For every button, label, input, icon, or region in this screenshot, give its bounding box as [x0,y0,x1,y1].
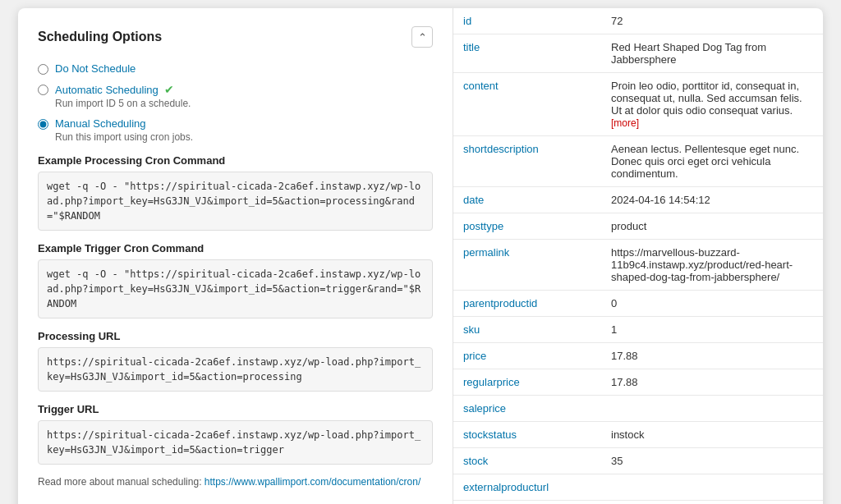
table-row: saleprice [453,396,823,422]
table-row: id 72 [453,8,823,34]
row-key-10: regularprice [453,369,601,396]
row-value-4: 2024-04-16 14:54:12 [601,187,823,213]
right-panel: id 72 title Red Heart Shaped Dog Tag fro… [453,8,823,504]
row-key-1: title [453,34,601,73]
no-schedule-radio[interactable] [38,64,48,75]
panel-title: Scheduling Options [38,30,162,44]
left-panel: Scheduling Options ⌃ Do Not Schedule Aut… [18,8,453,504]
row-value-11 [601,396,823,422]
chevron-up-icon: ⌃ [418,31,427,44]
row-value-1: Red Heart Shaped Dog Tag from Jabbersphe… [601,34,823,73]
table-row: permalink https://marvellous-buzzard-11b… [453,240,823,291]
row-key-6: permalink [453,240,601,291]
url-section-value-3: wget -q -O - "https://spiritual-cicada-2… [38,172,433,231]
row-key-9: price [453,343,601,369]
row-value-14 [601,474,823,501]
table-row: sku 1 [453,317,823,343]
row-key-15: totalsales [453,501,601,505]
row-key-2: content [453,73,601,136]
footer-link-container: Read more about manual scheduling: https… [38,476,433,488]
row-key-13: stock [453,448,601,474]
row-value-5: product [601,213,823,240]
row-value-3: Aenean lectus. Pellentesque eget nunc. D… [601,136,823,187]
table-row: title Red Heart Shaped Dog Tag from Jabb… [453,34,823,73]
table-body: id 72 title Red Heart Shaped Dog Tag fro… [453,8,823,504]
row-key-8: sku [453,317,601,343]
more-link[interactable]: [more] [611,117,639,129]
url-section-3: Example Processing Cron Command wget -q … [38,154,433,231]
main-container: Scheduling Options ⌃ Do Not Schedule Aut… [18,8,823,504]
row-value-7: 0 [601,291,823,317]
manual-schedule-label[interactable]: Manual Scheduling [55,117,146,130]
row-value-15: 0 [601,501,823,505]
scheduling-options-group: Do Not Schedule Automatic Scheduling ✔ R… [38,62,433,151]
row-key-5: posttype [453,213,601,240]
row-key-12: stockstatus [453,422,601,448]
url-section-value-1: https://spiritual-cicada-2ca6ef.instawp.… [38,347,433,392]
row-key-0: id [453,8,601,34]
table-row: stockstatus instock [453,422,823,448]
row-value-0: 72 [601,8,823,34]
row-key-4: date [453,187,601,213]
url-section-value-2: wget -q -O - "https://spiritual-cicada-2… [38,259,433,318]
url-section-label-0: Trigger URL [38,403,433,415]
table-row: shortdescription Aenean lectus. Pellente… [453,136,823,187]
table-row: date 2024-04-16 14:54:12 [453,187,823,213]
row-key-3: shortdescription [453,136,601,187]
auto-schedule-label[interactable]: Automatic Scheduling ✔ [55,84,174,96]
row-value-10: 17.88 [601,369,823,396]
green-check-icon: ✔ [164,83,174,96]
row-value-13: 35 [601,448,823,474]
url-section-value-0: https://spiritual-cicada-2ca6ef.instawp.… [38,420,433,465]
panel-header: Scheduling Options ⌃ [38,26,433,48]
option-auto-schedule: Automatic Scheduling ✔ Run import ID 5 o… [38,83,433,109]
row-value-12: instock [601,422,823,448]
row-value-8: 1 [601,317,823,343]
collapse-button[interactable]: ⌃ [411,26,433,48]
option-no-schedule: Do Not Schedule [38,62,433,75]
row-value-2: Proin leo odio, porttitor id, consequat … [601,73,823,136]
table-row: stock 35 [453,448,823,474]
table-row: regularprice 17.88 [453,369,823,396]
row-key-7: parentproductid [453,291,601,317]
option-manual-schedule: Manual Scheduling Run this import using … [38,117,433,143]
url-section-2: Example Trigger Cron Command wget -q -O … [38,242,433,318]
row-value-6: https://marvellous-buzzard-11b9c4.instaw… [601,240,823,291]
manual-section: Example Processing Cron Command wget -q … [38,154,433,488]
data-table: id 72 title Red Heart Shaped Dog Tag fro… [453,8,823,504]
url-section-label-1: Processing URL [38,330,433,342]
no-schedule-label[interactable]: Do Not Schedule [55,62,136,75]
manual-schedule-sublabel: Run this import using cron jobs. [55,131,193,143]
footer-text: Read more about manual scheduling: [38,476,205,488]
url-section-1: Processing URL https://spiritual-cicada-… [38,330,433,392]
table-row: totalsales 0 [453,501,823,505]
footer-link[interactable]: https://www.wpallimport.com/documentatio… [205,476,420,488]
table-row: content Proin leo odio, porttitor id, co… [453,73,823,136]
manual-schedule-radio[interactable] [38,119,48,130]
table-row: price 17.88 [453,343,823,369]
auto-schedule-radio[interactable] [38,85,48,95]
url-section-label-2: Example Trigger Cron Command [38,242,433,254]
table-row: externalproducturl [453,474,823,501]
auto-schedule-sublabel: Run import ID 5 on a schedule. [55,98,191,109]
url-section-0: Trigger URL https://spiritual-cicada-2ca… [38,403,433,465]
row-value-9: 17.88 [601,343,823,369]
row-key-11: saleprice [453,396,601,422]
table-row: parentproductid 0 [453,291,823,317]
url-section-label-3: Example Processing Cron Command [38,154,433,167]
row-key-14: externalproducturl [453,474,601,501]
table-row: posttype product [453,213,823,240]
